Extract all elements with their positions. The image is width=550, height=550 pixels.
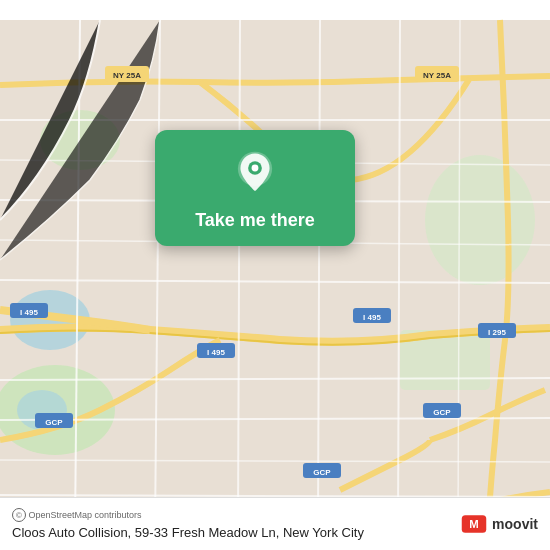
svg-text:GCP: GCP xyxy=(313,468,331,477)
bottom-bar: © OpenStreetMap contributors Cloos Auto … xyxy=(0,497,550,550)
map-attribution: © OpenStreetMap contributors xyxy=(12,508,364,522)
svg-text:I 495: I 495 xyxy=(363,313,381,322)
svg-text:I 295: I 295 xyxy=(488,328,506,337)
copyright-icon: © xyxy=(12,508,26,522)
svg-text:NY 25A: NY 25A xyxy=(423,71,451,80)
svg-text:I 495: I 495 xyxy=(207,348,225,357)
svg-text:GCP: GCP xyxy=(433,408,451,417)
attribution-text: OpenStreetMap contributors xyxy=(29,510,142,520)
svg-text:NY 25A: NY 25A xyxy=(113,71,141,80)
moovit-logo: M moovit xyxy=(460,510,538,538)
map-container: NY 25A NY 25A NY 25A I 495 I 495 I 495 I… xyxy=(0,0,550,550)
location-pin-icon xyxy=(231,150,279,198)
svg-text:GCP: GCP xyxy=(45,418,63,427)
moovit-icon-svg: M xyxy=(460,510,488,538)
svg-point-46 xyxy=(252,165,259,172)
moovit-text: moovit xyxy=(492,516,538,532)
location-name: Cloos Auto Collision, 59-33 Fresh Meadow… xyxy=(12,525,364,540)
svg-text:M: M xyxy=(469,518,478,530)
take-me-there-button[interactable]: Take me there xyxy=(155,130,355,246)
take-me-there-label: Take me there xyxy=(195,210,315,231)
svg-point-2 xyxy=(425,155,535,285)
map-background: NY 25A NY 25A NY 25A I 495 I 495 I 495 I… xyxy=(0,0,550,550)
svg-text:I 495: I 495 xyxy=(20,308,38,317)
bottom-info: © OpenStreetMap contributors Cloos Auto … xyxy=(12,508,364,540)
